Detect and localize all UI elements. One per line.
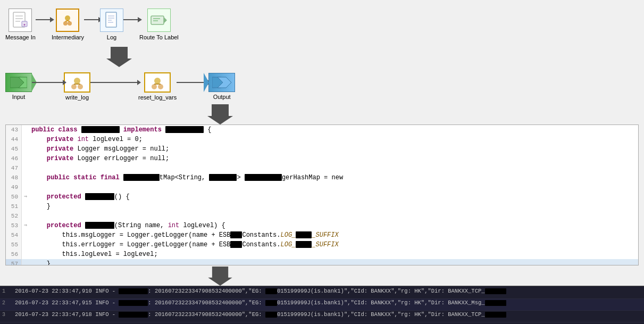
code-line-46: 46 private Logger errLogger = null; (6, 154, 638, 163)
flow-node-input[interactable]: Input (5, 73, 32, 100)
log-row-1: 1 2016-07-23 22:33:47,910 INFO - : 20160… (0, 287, 644, 299)
code-line-50: 50 ⇒ protected () { (6, 192, 638, 202)
sub-flow: Input write_log reset_log_ (0, 67, 644, 104)
svg-point-30 (158, 84, 163, 89)
message-in-icon: ✦ (9, 9, 32, 32)
reset-log-vars-icon (144, 72, 171, 93)
log-row-2: 2 2016-07-23 22:33:47,915 INFO - : 20160… (0, 299, 644, 311)
code-editor[interactable]: 43 public class implements { 44 private … (5, 124, 639, 265)
flow-node-intermediary[interactable]: Intermediary (52, 9, 84, 40)
svg-point-6 (65, 15, 70, 21)
output-node-icon (208, 73, 235, 92)
log-panel[interactable]: 1 2016-07-23 22:33:47,910 INFO - : 20160… (0, 286, 644, 324)
sub-arrow-2 (90, 82, 138, 83)
flow-node-output[interactable]: Output (208, 73, 235, 100)
big-arrow-2 (0, 104, 644, 124)
output-label: Output (213, 94, 231, 100)
message-in-label: Message In (5, 34, 36, 40)
write-log-label: write_log (65, 94, 89, 101)
code-line-51: 51 } (6, 202, 638, 211)
arrow-3 (123, 19, 139, 20)
svg-marker-35 (207, 104, 233, 124)
arrow-1 (36, 19, 52, 20)
svg-line-10 (68, 21, 70, 21)
svg-rect-11 (106, 12, 116, 27)
log-icon (100, 9, 123, 32)
code-line-48: 48 public static final tMap<String, > ge… (6, 173, 638, 182)
input-node-icon (5, 73, 32, 92)
flow-node-write-log[interactable]: write_log (64, 72, 90, 101)
flow-node-log[interactable]: Log (100, 9, 123, 40)
arrow-2 (84, 19, 100, 20)
code-line-57: 57 } (6, 259, 638, 265)
code-line-52: 52 (6, 211, 638, 221)
code-line-55: 55 this.errLogger = Logger.getLogger(nam… (6, 240, 638, 250)
svg-line-9 (65, 21, 68, 21)
svg-point-29 (152, 84, 157, 89)
flow-node-message-in[interactable]: ✦ Message In (5, 9, 36, 40)
svg-point-24 (71, 84, 77, 89)
code-line-54: 54 this.msgLogger = Logger.getLogger(nam… (6, 230, 638, 240)
intermediary-label: Intermediary (52, 34, 84, 40)
intermediary-icon (56, 9, 79, 32)
code-line-56: 56 this.logLevel = logLevel; (6, 250, 638, 259)
code-line-43: 43 public class implements { (6, 125, 638, 135)
code-line-49: 49 (6, 182, 638, 192)
code-line-47: 47 (6, 163, 638, 173)
svg-marker-17 (164, 17, 167, 23)
route-to-label-label: Route To Label (139, 34, 179, 40)
flow-node-route-to-label[interactable]: Route To Label (139, 9, 179, 40)
big-arrow-1 (0, 47, 644, 67)
input-label: Input (12, 94, 25, 100)
code-line-53: 53 ⇒ protected (String name, int logLeve… (6, 221, 638, 230)
svg-point-25 (78, 84, 83, 89)
log-row-3: 3 2016-07-23 22:33:47,918 INFO - : 20160… (0, 311, 644, 322)
big-arrow-3 (0, 267, 644, 286)
code-line-44: 44 private int logLevel = 0; (6, 135, 638, 144)
svg-marker-36 (208, 267, 232, 286)
top-flow: ✦ Message In Intermediary (0, 0, 644, 47)
svg-point-23 (74, 78, 80, 84)
route-to-label-icon (147, 9, 171, 32)
svg-text:✦: ✦ (23, 22, 27, 28)
log-label: Log (107, 34, 116, 40)
flow-node-reset-log-vars[interactable]: reset_log_vars (138, 72, 177, 101)
svg-point-7 (63, 21, 68, 26)
sub-arrow-1 (32, 82, 64, 83)
write-log-icon (64, 72, 90, 93)
svg-rect-16 (151, 16, 164, 24)
svg-marker-20 (106, 47, 132, 67)
svg-point-8 (68, 21, 72, 26)
svg-point-28 (154, 78, 161, 84)
code-line-45: 45 private Logger msgLogger = null; (6, 144, 638, 154)
reset-log-vars-label: reset_log_vars (138, 94, 177, 101)
